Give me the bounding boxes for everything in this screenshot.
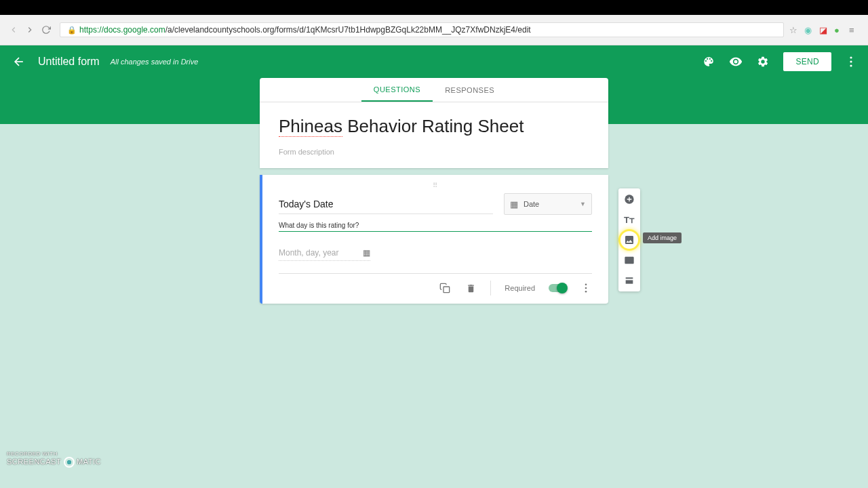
lock-icon: 🔒: [67, 26, 77, 35]
tooltip: Add image: [643, 232, 682, 243]
app-container: Untitled form All changes saved in Drive…: [0, 45, 868, 488]
duplicate-icon[interactable]: [439, 282, 451, 294]
drag-handle-icon[interactable]: ⠿: [279, 180, 592, 190]
watermark-logo-icon: [64, 457, 75, 468]
back-nav-icon[interactable]: [7, 24, 20, 36]
settings-icon[interactable]: [756, 55, 770, 68]
more-menu-icon[interactable]: [845, 56, 857, 67]
form-name[interactable]: Untitled form: [38, 56, 100, 68]
watermark-brand1: SCREENCAST: [7, 458, 61, 466]
add-image-icon[interactable]: [623, 233, 636, 247]
svg-rect-9: [626, 277, 633, 279]
svg-point-2: [850, 60, 852, 62]
form-header-card: QUESTIONS RESPONSES Phineas Behavior Rat…: [260, 78, 608, 168]
svg-point-7: [585, 291, 587, 293]
ext3-icon[interactable]: ●: [834, 25, 844, 35]
app-header: Untitled form All changes saved in Drive…: [0, 45, 868, 78]
add-title-icon[interactable]: Tᴛ: [623, 213, 636, 226]
required-toggle[interactable]: [549, 284, 566, 292]
question-type-select[interactable]: ▦ Date ▼: [504, 193, 592, 215]
date-input-preview: Month, day, year ▦: [279, 245, 370, 261]
send-button[interactable]: SEND: [783, 52, 831, 71]
question-description-input[interactable]: [279, 219, 592, 232]
preview-icon[interactable]: [729, 55, 743, 68]
form-title-rest: Behavior Rating Sheet: [342, 116, 524, 136]
ext2-icon[interactable]: ◪: [819, 25, 829, 35]
delete-icon[interactable]: [465, 282, 477, 294]
svg-point-1: [850, 56, 852, 58]
svg-point-5: [585, 283, 587, 285]
form-title[interactable]: Phineas Behavior Rating Sheet: [279, 116, 589, 137]
reload-icon[interactable]: [40, 24, 52, 36]
question-footer: Required: [279, 273, 592, 296]
calendar-icon: ▦: [363, 248, 370, 258]
save-status: All changes saved in Drive: [111, 58, 199, 66]
side-toolbar: Tᴛ: [618, 188, 640, 291]
date-placeholder: Month, day, year: [279, 248, 339, 258]
url-bar[interactable]: 🔒 https://docs.google.com/a/clevelandcou…: [60, 22, 784, 37]
question-more-icon[interactable]: [580, 282, 592, 294]
browser-toolbar: 🔒 https://docs.google.com/a/clevelandcou…: [0, 15, 868, 45]
url-path: /a/clevelandcountyschools.org/forms/d/1q…: [165, 25, 531, 35]
ext1-icon[interactable]: ◉: [804, 25, 814, 35]
svg-rect-4: [443, 287, 450, 293]
question-title[interactable]: Today's Date: [279, 195, 493, 214]
tab-questions[interactable]: QUESTIONS: [361, 78, 433, 102]
watermark-brand2: MATIC: [77, 458, 101, 466]
form-title-word: Phineas: [279, 116, 342, 137]
add-video-icon[interactable]: [623, 253, 636, 267]
extension-icons: ☆ ◉ ◪ ● ≡: [789, 25, 863, 35]
svg-rect-10: [626, 280, 633, 283]
forward-nav-icon[interactable]: [24, 24, 36, 36]
back-arrow-icon[interactable]: [11, 54, 27, 70]
svg-point-6: [585, 287, 587, 289]
svg-point-3: [850, 64, 852, 66]
url-host: https://docs.google.com: [79, 25, 165, 35]
calendar-icon: ▦: [510, 199, 518, 209]
tab-responses[interactable]: RESPONSES: [433, 78, 507, 102]
divider: [490, 281, 491, 296]
star-icon[interactable]: ☆: [789, 25, 799, 35]
watermark-line1: RECORDED WITH: [7, 451, 101, 457]
form-description[interactable]: Form description: [279, 148, 589, 156]
add-section-icon[interactable]: [623, 274, 636, 287]
watermark: RECORDED WITH SCREENCAST MATIC: [7, 451, 101, 468]
palette-icon[interactable]: [702, 55, 715, 68]
add-question-icon[interactable]: [623, 192, 636, 206]
chevron-down-icon: ▼: [580, 201, 586, 207]
tabs: QUESTIONS RESPONSES: [260, 78, 608, 102]
question-card[interactable]: ⠿ Today's Date ▦ Date ▼ Month, day, year…: [260, 175, 608, 304]
chrome-menu-icon[interactable]: ≡: [849, 25, 859, 35]
required-label: Required: [505, 284, 535, 292]
question-type-label: Date: [524, 200, 539, 208]
